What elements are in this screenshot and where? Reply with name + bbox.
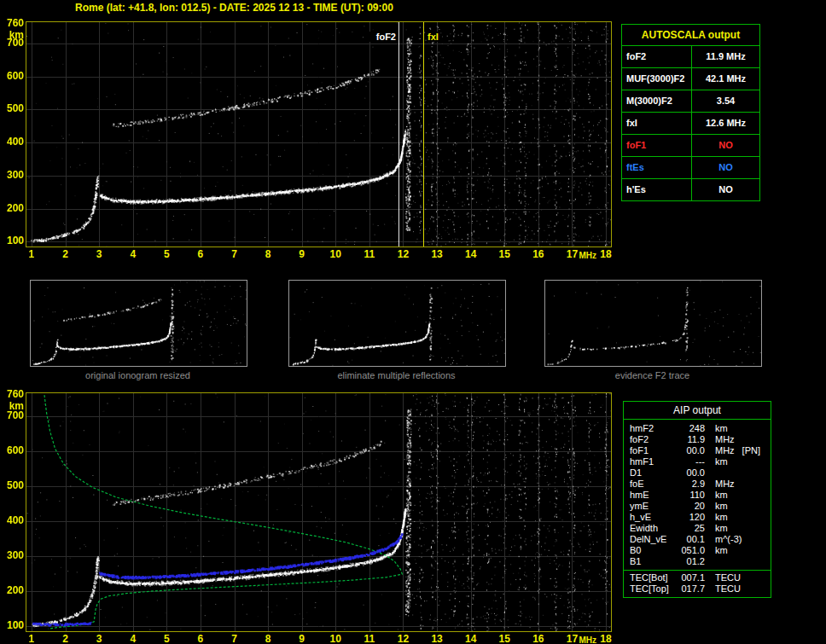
x-tick-label: 6: [191, 249, 210, 260]
autoscala-row: MUF(3000)F242.1 MHz: [622, 68, 759, 90]
y-tick-label: 400: [2, 136, 24, 148]
aip-row: hmF2248km: [624, 423, 771, 434]
aip-row-value: 017.7: [674, 583, 705, 595]
x-tick-label: 2: [56, 634, 75, 644]
x-tick-label: 8: [259, 249, 277, 260]
x-tick-label: 8: [259, 634, 277, 644]
x-tick-label: 4: [124, 634, 143, 644]
aip-row-value: ---: [674, 456, 705, 467]
aip-row: foF211.9MHz: [624, 434, 771, 445]
autoscala-output-table: AUTOSCALA output foF211.9 MHzMUF(3000)F2…: [621, 24, 760, 201]
x-tick-label: 1: [22, 634, 41, 644]
y-tick-label: 760: [2, 389, 24, 400]
aip-row-name: foF1: [624, 445, 674, 456]
aip-row: foE2.9MHz: [624, 479, 771, 490]
aip-row: Ewidth25km: [624, 523, 771, 534]
autoscala-row-value: 3.54: [692, 90, 759, 112]
autoscala-row-value: 12.6 MHz: [692, 113, 759, 134]
aip-row-name: foE: [624, 479, 674, 490]
aip-row-name: DelN_vE: [624, 534, 674, 545]
aip-row: hmE110km: [624, 490, 771, 501]
aip-row-name: hmE: [624, 490, 674, 501]
aip-row-value: 25: [674, 523, 705, 534]
aip-row-unit: [705, 556, 715, 567]
autoscala-row-value: 11.9 MHz: [692, 46, 759, 67]
aip-row-value: 20: [674, 501, 705, 512]
aip-row-name: TEC[Top]: [624, 583, 674, 595]
autoscala-row-label: M(3000)F2: [622, 90, 692, 112]
aip-row-value: 01.2: [674, 556, 705, 567]
aip-row-value: 110: [674, 490, 705, 501]
aip-row-flag: [PN]: [735, 445, 760, 456]
y-tick-label: 300: [2, 170, 24, 181]
aip-row-unit: [705, 467, 715, 479]
autoscala-row-label: foF2: [622, 46, 692, 67]
autoscala-row-value: NO: [692, 179, 759, 200]
x-tick-label: 9: [293, 634, 311, 644]
aip-row: ymE20km: [624, 501, 771, 512]
autoscala-row: foF211.9 MHz: [622, 46, 759, 68]
x-tick-label: 7: [225, 249, 244, 260]
x-tick-label: 4: [124, 249, 143, 260]
aip-row: TEC[Bot]007.1TECU: [624, 572, 771, 583]
autoscala-row-label: foF1: [622, 135, 692, 156]
aip-row-value: 007.1: [674, 572, 705, 583]
x-tick-label: 5: [157, 634, 176, 644]
y-tick-label: 500: [2, 480, 24, 491]
aip-row: D100.0: [624, 467, 771, 479]
aip-row-name: hmF2: [624, 423, 674, 434]
y-tick-label: 600: [2, 445, 24, 456]
autoscala-row-label: MUF(3000)F2: [622, 68, 692, 90]
x-tick-label: 10: [326, 249, 345, 260]
x-axis-unit: MHz: [579, 635, 596, 644]
x-tick-label: 10: [326, 634, 345, 644]
aip-row-name: foF2: [624, 434, 674, 445]
bottom-ionogram-plot: [26, 392, 612, 632]
aip-row-value: 00.0: [674, 467, 705, 479]
y-axis-unit: km: [2, 30, 24, 41]
autoscala-row: M(3000)F23.54: [622, 90, 759, 113]
thumbnail-original-ionogram: [30, 280, 247, 367]
x-tick-label: 13: [428, 634, 446, 644]
x-tick-label: 16: [529, 634, 548, 644]
aip-row-value: 00.0: [674, 445, 705, 456]
aip-row-value: 00.1: [674, 534, 705, 545]
aip-table-rows: hmF2248kmfoF211.9MHzfoF100.0MHz[PN]hmF1-…: [624, 420, 771, 597]
x-tick-label: 18: [596, 634, 615, 644]
aip-row-unit: MHz: [705, 445, 735, 456]
x-tick-label: 1: [22, 249, 41, 260]
autoscala-row: ftEsNO: [622, 157, 759, 179]
autoscala-window: Rome (lat: +41.8, lon: 012.5) - DATE: 20…: [0, 0, 826, 644]
aip-row: hmF1---km: [624, 456, 771, 467]
x-tick-label: 14: [462, 634, 480, 644]
aip-row-unit: TECU: [705, 572, 741, 583]
aip-row-value: 11.9: [674, 434, 705, 445]
station-title: Rome (lat: +41.8, lon: 012.5) - DATE: 20…: [75, 2, 393, 14]
x-tick-label: 6: [191, 634, 210, 644]
bottom-ionogram-canvas: [26, 393, 611, 631]
aip-row-unit: km: [705, 512, 728, 523]
autoscala-row-value: 42.1 MHz: [692, 68, 759, 90]
autoscala-row: foF1NO: [622, 135, 759, 157]
autoscala-row-value: NO: [692, 135, 759, 156]
aip-row-name: h_vE: [624, 512, 674, 523]
x-tick-label: 16: [529, 249, 548, 260]
y-tick-label: 100: [2, 620, 24, 631]
aip-row-unit: km: [705, 490, 728, 501]
autoscala-row-value: NO: [692, 157, 759, 178]
aip-row: TEC[Top]017.7TECU: [624, 583, 771, 595]
x-tick-label: 7: [225, 634, 244, 644]
aip-row-name: B0: [624, 545, 674, 556]
y-tick-label: 600: [2, 71, 24, 82]
x-tick-label: 15: [495, 249, 514, 260]
foF2-marker-label: foF2: [369, 32, 397, 42]
aip-row-name: D1: [624, 467, 674, 479]
aip-row-name: B1: [624, 556, 674, 567]
autoscala-row: h'EsNO: [622, 179, 759, 200]
aip-row-unit: m^(-3): [705, 534, 742, 545]
autoscala-row-label: h'Es: [622, 179, 692, 200]
aip-row-name: Ewidth: [624, 523, 674, 534]
thumbnail-f2-trace: [544, 280, 762, 367]
thumbnail-caption-f2: evidence F2 trace: [544, 370, 761, 380]
x-tick-label: 5: [157, 249, 176, 260]
